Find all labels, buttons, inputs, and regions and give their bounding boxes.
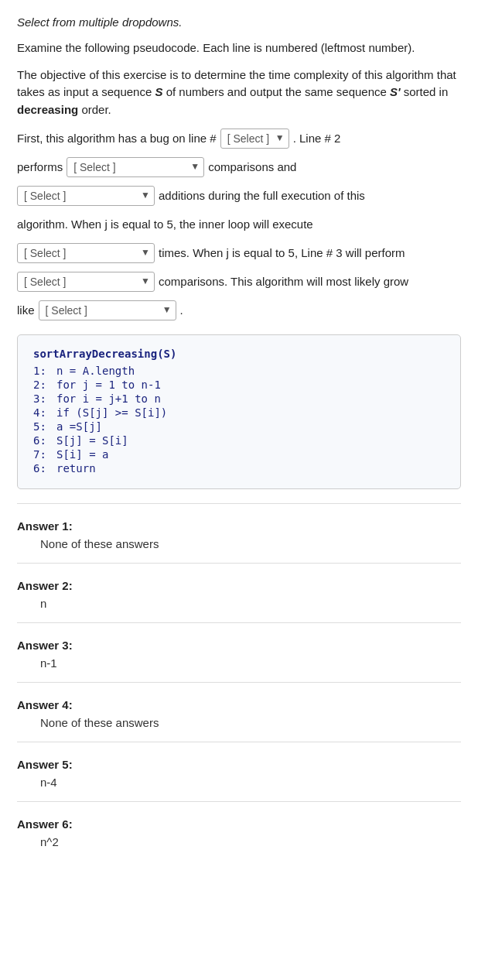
sentence5-block: [ Select ]nn-1n-4n^2None of these answer… — [17, 271, 461, 292]
answer-label: Answer 3: — [17, 639, 461, 652]
answer-divider — [17, 801, 461, 802]
sentence1-block: First, this algorithm has a bug on line … — [17, 128, 461, 149]
select6-dropdown[interactable]: [ Select ]nn-1n-4n^2None of these answer… — [39, 300, 176, 320]
intro-text: Select from multiple dropdowns. — [17, 15, 461, 29]
select2-wrapper: [ Select ]nn-1n-4n^2None of these answer… — [67, 157, 204, 177]
answer-label: Answer 5: — [17, 758, 461, 771]
answer-value: n^2 — [40, 835, 461, 848]
select4-dropdown[interactable]: [ Select ]nn-1n-4n^2None of these answer… — [17, 243, 155, 263]
code-block: sortArrayDecreasing(S) 1:n = A.length2:f… — [17, 334, 461, 489]
answer-divider — [17, 682, 461, 683]
select5-dropdown[interactable]: [ Select ]nn-1n-4n^2None of these answer… — [17, 272, 155, 292]
code-line: 4: if (S[j] >= S[i]) — [33, 406, 445, 419]
sentence3-block: [ Select ]nn-1n-4n^2None of these answer… — [17, 185, 461, 206]
answer-divider — [17, 563, 461, 564]
code-line: 7: S[i] = a — [33, 448, 445, 461]
para1-text: Examine the following pseudocode. Each l… — [17, 39, 461, 57]
sentence2-block: performs [ Select ]nn-1n-4n^2None of the… — [17, 156, 461, 177]
s-variable: S — [155, 85, 162, 98]
sentence6-block: like [ Select ]nn-1n-4n^2None of these a… — [17, 300, 461, 320]
answer-value: n-1 — [40, 656, 461, 670]
select3-wrapper: [ Select ]nn-1n-4n^2None of these answer… — [17, 186, 155, 206]
code-linenum: 6: — [33, 434, 49, 447]
code-linenum: 7: — [33, 448, 49, 461]
code-line: 3: for i = j+1 to n — [33, 392, 445, 405]
answer-section: Answer 1:None of these answers — [17, 512, 461, 555]
select1-dropdown[interactable]: [ Select ]1234567 — [220, 128, 289, 149]
sentence4-post: times. When j is equal to 5, Line # 3 wi… — [159, 242, 405, 263]
code-text: n = A.length — [56, 365, 135, 377]
answer-value: None of these answers — [40, 716, 461, 729]
answer-section: Answer 3:n-1 — [17, 631, 461, 674]
code-linenum: 4: — [33, 406, 49, 419]
sentence4-block: algorithm. When j is equal to 5, the inn… — [17, 214, 461, 235]
answer-divider — [17, 742, 461, 742]
code-text: for j = 1 to n-1 — [56, 379, 161, 391]
code-fn-name: sortArrayDecreasing(S) — [33, 348, 445, 360]
sentence6-post: . — [180, 300, 183, 320]
answer-section: Answer 5:n-4 — [17, 750, 461, 793]
answer-section: Answer 4:None of these answers — [17, 690, 461, 734]
code-text: S[j] = S[i] — [56, 434, 128, 447]
code-linenum: 3: — [33, 392, 49, 405]
code-line: 6: S[j] = S[i] — [33, 434, 445, 447]
sentence4b-block: [ Select ]nn-1n-4n^2None of these answer… — [17, 242, 461, 263]
answer-divider — [17, 622, 461, 623]
para2-text: The objective of this exercise is to det… — [17, 67, 461, 119]
answers-container: Answer 1:None of these answersAnswer 2:n… — [17, 503, 461, 853]
answer-value: n-4 — [40, 776, 461, 789]
code-text: return — [56, 462, 96, 475]
select5-wrapper: [ Select ]nn-1n-4n^2None of these answer… — [17, 272, 155, 292]
answer-section: Answer 6:n^2 — [17, 810, 461, 853]
code-line: 6: return — [33, 462, 445, 475]
sentence6-pre: like — [17, 300, 35, 320]
code-text: a =S[j] — [56, 420, 102, 433]
select2-dropdown[interactable]: [ Select ]nn-1n-4n^2None of these answer… — [67, 157, 204, 177]
code-text: S[i] = a — [56, 448, 108, 461]
answer-label: Answer 2: — [17, 579, 461, 592]
code-linenum: 1: — [33, 365, 49, 377]
code-line: 5: a =S[j] — [33, 420, 445, 433]
select3-dropdown[interactable]: [ Select ]nn-1n-4n^2None of these answer… — [17, 186, 155, 206]
s-prime-variable: S' — [390, 85, 401, 98]
sentence5-post: comparisons. This algorithm will most li… — [159, 271, 408, 292]
code-linenum: 5: — [33, 420, 49, 433]
code-line: 1:n = A.length — [33, 365, 445, 377]
code-lines: 1:n = A.length2:for j = 1 to n-13: for i… — [33, 365, 445, 475]
decreasing-word: decreasing — [17, 103, 78, 116]
answer-divider — [17, 503, 461, 504]
answer-label: Answer 4: — [17, 698, 461, 711]
code-line: 2:for j = 1 to n-1 — [33, 379, 445, 391]
answer-section: Answer 2:n — [17, 571, 461, 615]
answer-label: Answer 1: — [17, 519, 461, 533]
answer-value: n — [40, 597, 461, 610]
sentence2-pre: performs — [17, 156, 63, 177]
select4-wrapper: [ Select ]nn-1n-4n^2None of these answer… — [17, 243, 155, 263]
select1-wrapper: [ Select ]1234567 ▼ — [220, 128, 289, 149]
sentence1-post: . Line # 2 — [293, 128, 341, 149]
sentence2-post: comparisons and — [208, 156, 296, 177]
answer-label: Answer 6: — [17, 817, 461, 831]
code-text: if (S[j] >= S[i]) — [56, 406, 167, 419]
answer-value: None of these answers — [40, 537, 461, 550]
code-linenum: 6: — [33, 462, 49, 475]
sentence4-pre: algorithm. When j is equal to 5, the inn… — [17, 214, 313, 235]
sentence1-pre: First, this algorithm has a bug on line … — [17, 128, 217, 149]
code-text: for i = j+1 to n — [56, 392, 161, 405]
sentence3-post: additions during the full execution of t… — [159, 185, 365, 206]
select6-wrapper: [ Select ]nn-1n-4n^2None of these answer… — [39, 300, 176, 320]
code-linenum: 2: — [33, 379, 49, 391]
